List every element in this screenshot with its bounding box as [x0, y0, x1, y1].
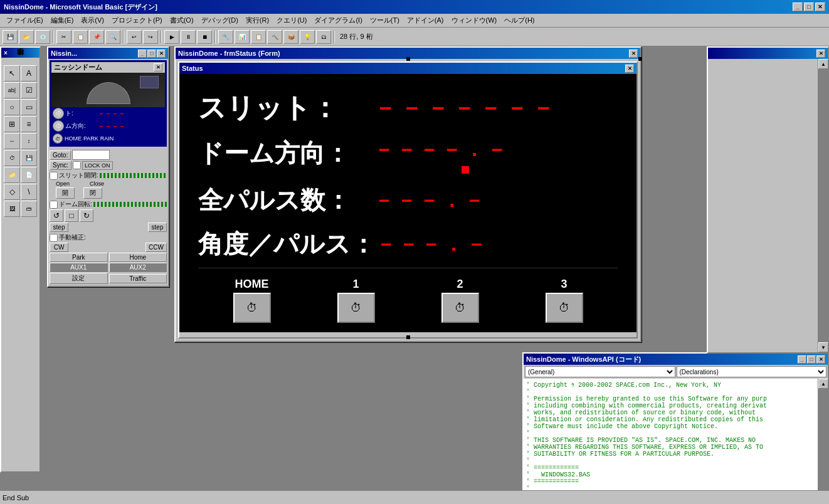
toolbar-new[interactable]: 💾 — [3, 30, 18, 44]
home-btn[interactable]: Home — [109, 253, 167, 262]
tool-vscroll[interactable]: ↕ — [21, 133, 37, 149]
tool-list[interactable]: ≡ — [21, 116, 37, 132]
aux1-btn[interactable]: AUX1 — [50, 263, 108, 272]
right-scroll-up[interactable]: ▲ — [818, 59, 828, 69]
nav-3-btn[interactable]: ⏱ — [546, 293, 583, 323]
menu-diagram[interactable]: ダイアグラム(I) — [310, 14, 366, 26]
traffic-btn[interactable]: Traffic — [109, 274, 167, 283]
goto-input[interactable] — [72, 150, 110, 160]
rotate-ccw-btn[interactable]: ↺ — [50, 209, 63, 222]
menu-help[interactable]: ヘルプ(H) — [500, 14, 538, 26]
maximize-btn[interactable]: □ — [804, 3, 814, 11]
tool-combo[interactable]: ⊞ — [4, 116, 20, 132]
code-close[interactable]: ✕ — [816, 355, 825, 364]
step-left-btn[interactable]: step — [50, 223, 68, 232]
tool-hscroll[interactable]: ↔ — [4, 133, 20, 149]
toolbar-misc3[interactable]: 📋 — [251, 30, 266, 44]
code-general-select[interactable]: (General) — [525, 366, 675, 377]
tool-frame[interactable]: ▭ — [21, 99, 37, 115]
aux2-btn[interactable]: AUX2 — [109, 263, 167, 272]
right-scroll-track[interactable] — [818, 69, 828, 342]
cw-btn[interactable]: CW — [50, 243, 68, 252]
lock-on-btn[interactable]: LOCK ON — [82, 161, 113, 170]
tool-image[interactable]: 🖼 — [4, 201, 20, 217]
goto-btn[interactable]: Goto: — [50, 150, 71, 160]
dome-check[interactable] — [50, 201, 58, 209]
status-close-inner[interactable]: ✕ — [625, 65, 634, 73]
toolbar-stop[interactable]: ⏹ — [197, 30, 212, 44]
toolbar-open[interactable]: 📂 — [19, 30, 34, 44]
right-panel-close[interactable]: ✕ — [816, 50, 825, 58]
menu-project[interactable]: プロジェクト(P) — [108, 14, 166, 26]
toolbar-misc1[interactable]: 🔧 — [218, 30, 233, 44]
tool-line[interactable]: \ — [21, 184, 37, 200]
manual-check[interactable] — [50, 234, 58, 242]
tool-pointer[interactable]: ↖ — [4, 65, 20, 81]
rain-hpr-btn[interactable]: RAIN — [100, 135, 114, 142]
toolbar-cut[interactable]: ✂ — [56, 30, 71, 44]
settings-btn[interactable]: 設定 — [50, 273, 108, 284]
menu-view[interactable]: 表示(V) — [77, 14, 108, 26]
nav-home-btn[interactable]: ⏱ — [233, 293, 271, 323]
menu-run[interactable]: 実行(R) — [242, 14, 273, 26]
tool-checkbox[interactable]: ☑ — [21, 82, 37, 98]
toolbar-undo[interactable]: ↩ — [127, 30, 142, 44]
toolbar-run[interactable]: ▶ — [164, 30, 179, 44]
rotate-cw-btn[interactable]: ↻ — [80, 209, 93, 222]
tool-file[interactable]: 📄 — [21, 167, 37, 183]
step-right-btn[interactable]: step — [148, 223, 167, 232]
status-form-close[interactable]: ✕ — [629, 50, 638, 58]
tool-drive[interactable]: 💾 — [21, 150, 37, 166]
close-btn[interactable]: ✕ — [815, 3, 825, 11]
toolbar-paste[interactable]: 📌 — [89, 30, 104, 44]
tool-circle[interactable]: ○ — [4, 99, 20, 115]
nissin-inner-close[interactable]: ✕ — [154, 63, 162, 71]
code-restore[interactable]: □ — [807, 355, 816, 364]
code-declarations-select[interactable]: (Declarations) — [677, 366, 827, 377]
slit-check[interactable] — [50, 172, 58, 180]
scroll-track[interactable] — [818, 389, 828, 490]
toolbar-pause[interactable]: ⏸ — [181, 30, 196, 44]
handle-topright[interactable] — [638, 57, 642, 61]
handle-top[interactable] — [406, 57, 410, 61]
toolbar-find[interactable]: 🔍 — [105, 30, 120, 44]
park-hpr-btn[interactable]: PARK — [83, 135, 98, 142]
menu-format[interactable]: 書式(O) — [166, 14, 198, 26]
toolbar-misc5[interactable]: 📦 — [283, 30, 298, 44]
toolbar-save[interactable]: 💿 — [35, 30, 50, 44]
code-minimize[interactable]: _ — [798, 355, 806, 364]
menu-tools[interactable]: ツール(T) — [366, 14, 403, 26]
handle-bottom[interactable] — [406, 335, 410, 339]
nissin-restore[interactable]: □ — [147, 50, 156, 58]
toolbar-misc4[interactable]: 🔨 — [267, 30, 282, 44]
nissin-minimize[interactable]: _ — [138, 50, 147, 58]
minimize-btn[interactable]: _ — [793, 3, 803, 11]
scroll-up-btn[interactable]: ▲ — [818, 379, 828, 389]
nissin-close[interactable]: ✕ — [157, 50, 166, 58]
tool-data[interactable]: 🗃 — [21, 201, 37, 217]
tool-text-a[interactable]: A — [21, 65, 37, 81]
menu-file[interactable]: ファイル(E) — [3, 14, 47, 26]
toolbar-misc7[interactable]: 🗂 — [316, 30, 331, 44]
tool-dir[interactable]: 📁 — [4, 167, 20, 183]
stop-btn[interactable]: □ — [65, 209, 78, 222]
menu-addin[interactable]: アドイン(A) — [403, 14, 448, 26]
right-scroll-down[interactable]: ▼ — [818, 342, 828, 352]
nav-2-btn[interactable]: ⏱ — [441, 293, 479, 323]
ccw-btn[interactable]: CCW — [145, 243, 167, 252]
park-btn[interactable]: Park — [50, 253, 108, 262]
menu-debug[interactable]: デバッグ(D) — [198, 14, 242, 26]
toolbar-misc2[interactable]: 📊 — [235, 30, 250, 44]
toolbar-misc6[interactable]: 💡 — [300, 30, 315, 44]
tool-shape[interactable]: ◇ — [4, 184, 20, 200]
open-btn[interactable]: 開 — [56, 187, 75, 199]
menu-edit[interactable]: 編集(E) — [47, 14, 78, 26]
nav-1-btn[interactable]: ⏱ — [337, 293, 375, 323]
sync-check[interactable] — [73, 161, 81, 169]
toolbar-copy[interactable]: 📋 — [73, 30, 88, 44]
tool-textbox[interactable]: ab| — [4, 82, 20, 98]
menu-query[interactable]: クエリ(U) — [273, 14, 310, 26]
home-hpr-btn[interactable]: HOME — [65, 135, 82, 142]
sync-btn[interactable]: Sync: — [50, 160, 71, 170]
tool-timer[interactable]: ⏱ — [4, 150, 20, 166]
